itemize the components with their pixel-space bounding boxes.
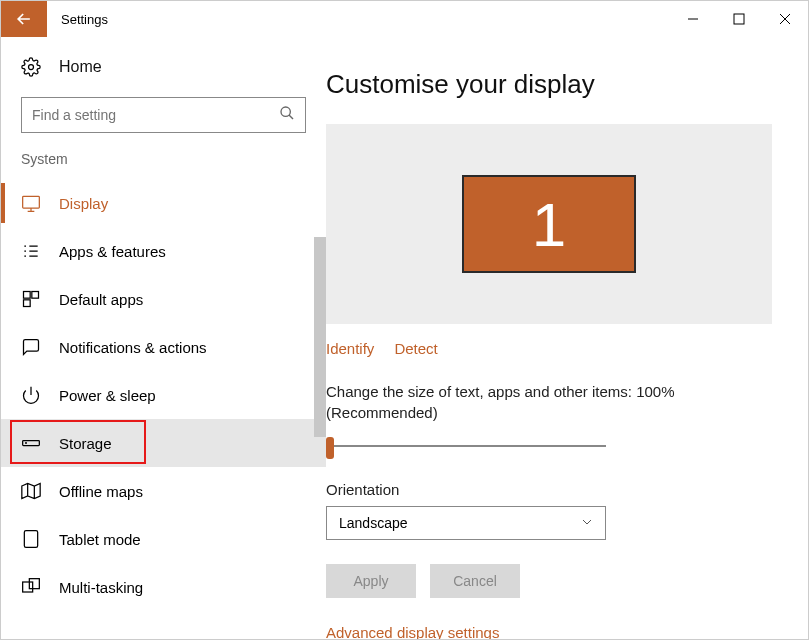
detect-link[interactable]: Detect	[394, 340, 437, 357]
back-button[interactable]	[1, 1, 47, 37]
apps-icon	[21, 289, 41, 309]
maximize-button[interactable]	[716, 1, 762, 37]
nav-label: Multi-tasking	[59, 579, 143, 596]
tablet-icon	[21, 529, 41, 549]
sidebar-item-notifications[interactable]: Notifications & actions	[1, 323, 326, 371]
search-icon	[279, 105, 295, 125]
gear-icon	[21, 57, 41, 77]
slider-thumb[interactable]	[326, 437, 334, 459]
scale-label: Change the size of text, apps and other …	[326, 381, 772, 423]
close-button[interactable]	[762, 1, 808, 37]
main-panel: Customise your display 1 Identify Detect…	[326, 37, 808, 639]
svg-rect-0	[734, 14, 744, 24]
display-preview[interactable]: 1	[326, 124, 772, 324]
slider-track	[326, 445, 606, 447]
list-icon	[21, 241, 41, 261]
svg-point-1	[29, 65, 34, 70]
sidebar-item-default-apps[interactable]: Default apps	[1, 275, 326, 323]
home-button[interactable]: Home	[1, 57, 326, 97]
window-title: Settings	[61, 12, 108, 27]
svg-rect-9	[24, 531, 37, 548]
nav-label: Notifications & actions	[59, 339, 207, 356]
nav-label: Tablet mode	[59, 531, 141, 548]
nav-label: Offline maps	[59, 483, 143, 500]
monitor-thumbnail[interactable]: 1	[462, 175, 636, 273]
nav-label: Display	[59, 195, 108, 212]
sidebar-item-storage[interactable]: Storage	[1, 419, 326, 467]
sidebar-item-tablet-mode[interactable]: Tablet mode	[1, 515, 326, 563]
advanced-display-link[interactable]: Advanced display settings	[326, 624, 499, 639]
orientation-label: Orientation	[326, 481, 772, 498]
nav-label: Default apps	[59, 291, 143, 308]
cancel-button[interactable]: Cancel	[430, 564, 520, 598]
home-label: Home	[59, 58, 102, 76]
storage-icon	[21, 433, 41, 453]
nav-label: Storage	[59, 435, 112, 452]
svg-rect-3	[23, 196, 40, 208]
svg-rect-6	[24, 300, 31, 307]
svg-rect-5	[32, 292, 39, 299]
sidebar-item-offline-maps[interactable]: Offline maps	[1, 467, 326, 515]
search-field[interactable]	[32, 107, 279, 123]
windows-icon	[21, 577, 41, 597]
sidebar-item-apps-features[interactable]: Apps & features	[1, 227, 326, 275]
titlebar: Settings	[1, 1, 808, 37]
sidebar-item-display[interactable]: Display	[1, 179, 326, 227]
svg-rect-10	[23, 582, 33, 592]
identify-link[interactable]: Identify	[326, 340, 374, 357]
power-icon	[21, 385, 41, 405]
sidebar: Home System Display Apps & features Defa…	[1, 37, 326, 639]
search-input[interactable]	[21, 97, 306, 133]
nav-list: Display Apps & features Default apps Not…	[1, 179, 326, 611]
svg-rect-4	[24, 292, 31, 299]
orientation-value: Landscape	[339, 515, 408, 531]
scale-slider[interactable]	[326, 435, 606, 459]
orientation-select[interactable]: Landscape	[326, 506, 606, 540]
svg-rect-11	[29, 579, 39, 589]
map-icon	[21, 481, 41, 501]
svg-point-2	[281, 107, 290, 116]
apply-button[interactable]: Apply	[326, 564, 416, 598]
svg-point-8	[26, 443, 27, 444]
nav-label: Power & sleep	[59, 387, 156, 404]
minimize-button[interactable]	[670, 1, 716, 37]
sidebar-item-multitasking[interactable]: Multi-tasking	[1, 563, 326, 611]
window-controls	[670, 1, 808, 37]
sidebar-item-power-sleep[interactable]: Power & sleep	[1, 371, 326, 419]
message-icon	[21, 337, 41, 357]
section-label: System	[1, 151, 326, 179]
chevron-down-icon	[581, 514, 593, 532]
monitor-icon	[21, 193, 41, 213]
nav-label: Apps & features	[59, 243, 166, 260]
page-title: Customise your display	[326, 69, 772, 100]
sidebar-scrollbar[interactable]	[314, 237, 326, 437]
